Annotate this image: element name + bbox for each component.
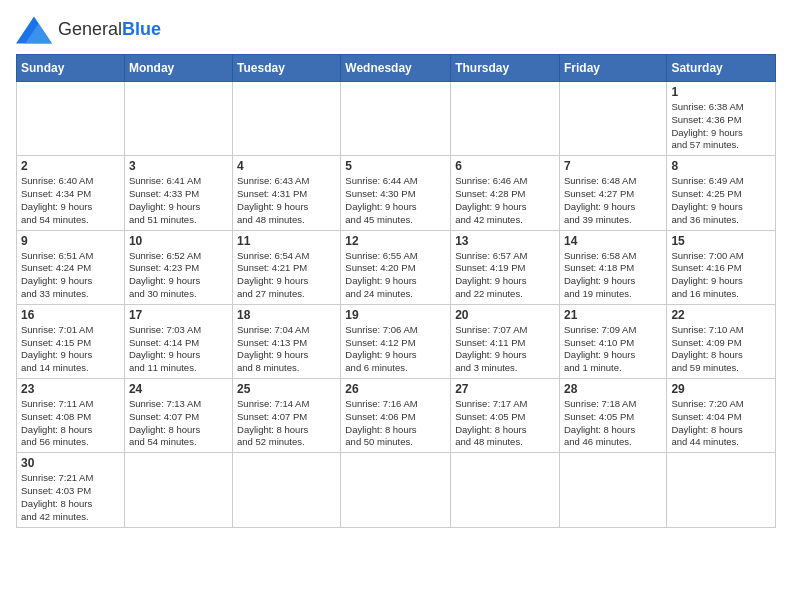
day-number: 16 [21, 308, 120, 322]
day-number: 12 [345, 234, 446, 248]
calendar-week-5: 23Sunrise: 7:11 AMSunset: 4:08 PMDayligh… [17, 379, 776, 453]
day-number: 15 [671, 234, 771, 248]
day-number: 10 [129, 234, 228, 248]
day-number: 27 [455, 382, 555, 396]
calendar-cell: 8Sunrise: 6:49 AMSunset: 4:25 PMDaylight… [667, 156, 776, 230]
calendar-cell: 21Sunrise: 7:09 AMSunset: 4:10 PMDayligh… [559, 304, 666, 378]
day-number: 2 [21, 159, 120, 173]
day-info: Sunrise: 6:51 AMSunset: 4:24 PMDaylight:… [21, 250, 120, 301]
calendar-cell: 10Sunrise: 6:52 AMSunset: 4:23 PMDayligh… [124, 230, 232, 304]
day-info: Sunrise: 6:44 AMSunset: 4:30 PMDaylight:… [345, 175, 446, 226]
day-info: Sunrise: 7:11 AMSunset: 4:08 PMDaylight:… [21, 398, 120, 449]
calendar-week-3: 9Sunrise: 6:51 AMSunset: 4:24 PMDaylight… [17, 230, 776, 304]
calendar-cell [559, 82, 666, 156]
weekday-header-sunday: Sunday [17, 55, 125, 82]
weekday-row: SundayMondayTuesdayWednesdayThursdayFrid… [17, 55, 776, 82]
day-number: 5 [345, 159, 446, 173]
logo: GeneralBlue [16, 16, 161, 44]
logo-icon [16, 16, 52, 44]
calendar-cell [341, 82, 451, 156]
calendar-week-4: 16Sunrise: 7:01 AMSunset: 4:15 PMDayligh… [17, 304, 776, 378]
day-number: 18 [237, 308, 336, 322]
calendar-cell [451, 82, 560, 156]
day-info: Sunrise: 7:13 AMSunset: 4:07 PMDaylight:… [129, 398, 228, 449]
day-number: 22 [671, 308, 771, 322]
day-info: Sunrise: 7:06 AMSunset: 4:12 PMDaylight:… [345, 324, 446, 375]
calendar-cell: 2Sunrise: 6:40 AMSunset: 4:34 PMDaylight… [17, 156, 125, 230]
day-number: 11 [237, 234, 336, 248]
day-number: 24 [129, 382, 228, 396]
weekday-header-wednesday: Wednesday [341, 55, 451, 82]
weekday-header-thursday: Thursday [451, 55, 560, 82]
calendar-cell [124, 453, 232, 527]
calendar-cell [17, 82, 125, 156]
day-info: Sunrise: 6:41 AMSunset: 4:33 PMDaylight:… [129, 175, 228, 226]
day-info: Sunrise: 6:54 AMSunset: 4:21 PMDaylight:… [237, 250, 336, 301]
day-info: Sunrise: 6:46 AMSunset: 4:28 PMDaylight:… [455, 175, 555, 226]
day-info: Sunrise: 7:17 AMSunset: 4:05 PMDaylight:… [455, 398, 555, 449]
day-number: 23 [21, 382, 120, 396]
calendar-cell: 17Sunrise: 7:03 AMSunset: 4:14 PMDayligh… [124, 304, 232, 378]
calendar-cell: 29Sunrise: 7:20 AMSunset: 4:04 PMDayligh… [667, 379, 776, 453]
calendar-cell: 5Sunrise: 6:44 AMSunset: 4:30 PMDaylight… [341, 156, 451, 230]
calendar-cell: 20Sunrise: 7:07 AMSunset: 4:11 PMDayligh… [451, 304, 560, 378]
calendar-cell: 9Sunrise: 6:51 AMSunset: 4:24 PMDaylight… [17, 230, 125, 304]
day-number: 4 [237, 159, 336, 173]
day-info: Sunrise: 6:43 AMSunset: 4:31 PMDaylight:… [237, 175, 336, 226]
day-info: Sunrise: 6:58 AMSunset: 4:18 PMDaylight:… [564, 250, 662, 301]
calendar-week-6: 30Sunrise: 7:21 AMSunset: 4:03 PMDayligh… [17, 453, 776, 527]
day-info: Sunrise: 7:16 AMSunset: 4:06 PMDaylight:… [345, 398, 446, 449]
logo-text: GeneralBlue [58, 20, 161, 40]
day-number: 26 [345, 382, 446, 396]
day-number: 30 [21, 456, 120, 470]
day-number: 7 [564, 159, 662, 173]
day-number: 20 [455, 308, 555, 322]
calendar-cell [667, 453, 776, 527]
day-number: 9 [21, 234, 120, 248]
calendar-cell: 24Sunrise: 7:13 AMSunset: 4:07 PMDayligh… [124, 379, 232, 453]
calendar-cell: 28Sunrise: 7:18 AMSunset: 4:05 PMDayligh… [559, 379, 666, 453]
calendar-header: SundayMondayTuesdayWednesdayThursdayFrid… [17, 55, 776, 82]
day-info: Sunrise: 6:49 AMSunset: 4:25 PMDaylight:… [671, 175, 771, 226]
calendar-cell: 23Sunrise: 7:11 AMSunset: 4:08 PMDayligh… [17, 379, 125, 453]
day-number: 3 [129, 159, 228, 173]
day-info: Sunrise: 7:14 AMSunset: 4:07 PMDaylight:… [237, 398, 336, 449]
day-info: Sunrise: 7:10 AMSunset: 4:09 PMDaylight:… [671, 324, 771, 375]
page-header: GeneralBlue [16, 16, 776, 44]
weekday-header-tuesday: Tuesday [233, 55, 341, 82]
calendar-week-1: 1Sunrise: 6:38 AMSunset: 4:36 PMDaylight… [17, 82, 776, 156]
day-info: Sunrise: 7:09 AMSunset: 4:10 PMDaylight:… [564, 324, 662, 375]
day-info: Sunrise: 6:55 AMSunset: 4:20 PMDaylight:… [345, 250, 446, 301]
calendar-cell: 7Sunrise: 6:48 AMSunset: 4:27 PMDaylight… [559, 156, 666, 230]
calendar-cell: 19Sunrise: 7:06 AMSunset: 4:12 PMDayligh… [341, 304, 451, 378]
day-info: Sunrise: 7:00 AMSunset: 4:16 PMDaylight:… [671, 250, 771, 301]
calendar-cell: 27Sunrise: 7:17 AMSunset: 4:05 PMDayligh… [451, 379, 560, 453]
weekday-header-saturday: Saturday [667, 55, 776, 82]
day-info: Sunrise: 7:04 AMSunset: 4:13 PMDaylight:… [237, 324, 336, 375]
day-number: 8 [671, 159, 771, 173]
calendar-cell: 4Sunrise: 6:43 AMSunset: 4:31 PMDaylight… [233, 156, 341, 230]
calendar-cell [233, 82, 341, 156]
calendar-body: 1Sunrise: 6:38 AMSunset: 4:36 PMDaylight… [17, 82, 776, 528]
day-info: Sunrise: 7:03 AMSunset: 4:14 PMDaylight:… [129, 324, 228, 375]
weekday-header-friday: Friday [559, 55, 666, 82]
day-info: Sunrise: 7:01 AMSunset: 4:15 PMDaylight:… [21, 324, 120, 375]
calendar-cell: 26Sunrise: 7:16 AMSunset: 4:06 PMDayligh… [341, 379, 451, 453]
day-info: Sunrise: 6:52 AMSunset: 4:23 PMDaylight:… [129, 250, 228, 301]
calendar-cell [559, 453, 666, 527]
day-number: 25 [237, 382, 336, 396]
day-info: Sunrise: 6:48 AMSunset: 4:27 PMDaylight:… [564, 175, 662, 226]
calendar-cell [233, 453, 341, 527]
day-info: Sunrise: 7:20 AMSunset: 4:04 PMDaylight:… [671, 398, 771, 449]
day-number: 6 [455, 159, 555, 173]
calendar-cell: 12Sunrise: 6:55 AMSunset: 4:20 PMDayligh… [341, 230, 451, 304]
day-info: Sunrise: 6:40 AMSunset: 4:34 PMDaylight:… [21, 175, 120, 226]
day-number: 29 [671, 382, 771, 396]
calendar-cell: 1Sunrise: 6:38 AMSunset: 4:36 PMDaylight… [667, 82, 776, 156]
calendar-cell: 13Sunrise: 6:57 AMSunset: 4:19 PMDayligh… [451, 230, 560, 304]
calendar-cell: 18Sunrise: 7:04 AMSunset: 4:13 PMDayligh… [233, 304, 341, 378]
calendar-cell [124, 82, 232, 156]
day-info: Sunrise: 6:57 AMSunset: 4:19 PMDaylight:… [455, 250, 555, 301]
day-number: 17 [129, 308, 228, 322]
calendar-cell: 6Sunrise: 6:46 AMSunset: 4:28 PMDaylight… [451, 156, 560, 230]
